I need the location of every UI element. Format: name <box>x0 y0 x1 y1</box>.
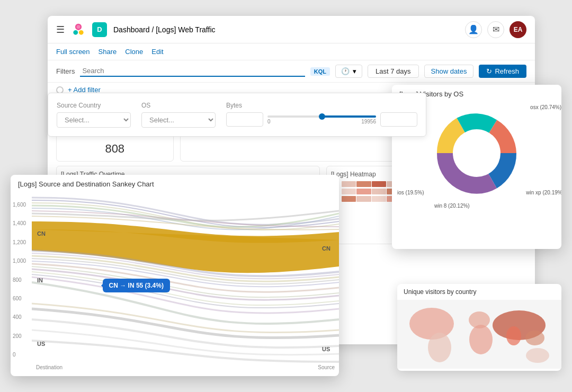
os-group: OS Select... <box>141 102 216 128</box>
svg-point-2 <box>79 30 84 34</box>
bytes-min-input[interactable] <box>226 112 263 127</box>
donut-chart: osx (20.74%) win xp (20.19%) win 8 (20.1… <box>424 100 530 206</box>
sankey-y-labels: 1,600 1,400 1,200 1,000 800 600 400 200 … <box>11 202 32 358</box>
refresh-icon: ↻ <box>486 67 492 75</box>
y-1000: 1,000 <box>13 258 30 264</box>
breadcrumb: Dashboard / [Logs] Web Traffic <box>113 25 459 34</box>
y-0: 0 <box>13 352 30 358</box>
ios-label: ios (19.5%) <box>397 190 424 195</box>
sub-nav: Full screen Share Clone Edit <box>48 43 535 60</box>
bytes-range: 0 19956 <box>267 114 376 125</box>
kql-badge[interactable]: KQL <box>310 67 330 76</box>
clock-icon: 🕐 <box>341 67 350 75</box>
bytes-max-input[interactable] <box>380 112 417 127</box>
win8-label: win 8 (20.12%) <box>434 203 470 209</box>
breadcrumb-prefix: Dashboard / <box>113 25 156 34</box>
os-label: OS <box>141 102 216 109</box>
y-1400: 1,400 <box>13 220 30 226</box>
breadcrumb-main: [Logs] Web Traffic <box>156 25 215 34</box>
source-country-label: Source Country <box>57 102 131 109</box>
mail-icon-button[interactable]: ✉ <box>487 21 504 38</box>
svg-point-1 <box>73 30 78 34</box>
bytes-inputs: 0 19956 <box>226 112 417 127</box>
os-select[interactable]: Select... <box>141 112 216 128</box>
y-800: 800 <box>13 277 30 283</box>
svg-point-13 <box>409 308 454 340</box>
x-destination: Destination <box>36 364 62 370</box>
svg-text:CN: CN <box>322 245 330 252</box>
search-input[interactable] <box>80 66 305 77</box>
svg-point-6 <box>453 129 501 177</box>
filters-label: Filters <box>56 67 75 75</box>
range-thumb[interactable] <box>319 113 325 120</box>
refresh-label: Refresh <box>495 67 519 75</box>
y-400: 400 <box>13 314 30 320</box>
svg-text:IN: IN <box>37 277 43 283</box>
map-title: Unique visitors by country <box>397 284 561 300</box>
app-icon: D <box>92 22 107 37</box>
sankey-tooltip: CN → IN 55 (3.4%) <box>103 279 170 292</box>
donut-svg <box>424 100 530 206</box>
clone-link[interactable]: Clone <box>125 48 143 56</box>
sankey-x-labels: Destination Source <box>32 364 339 370</box>
share-link[interactable]: Share <box>99 48 117 56</box>
range-min-label: 0 <box>267 119 271 124</box>
nav-icons: 👤 ✉ EA <box>465 21 526 38</box>
y-600: 600 <box>13 296 30 301</box>
bytes-group: Bytes 0 19956 <box>226 102 417 127</box>
sankey-svg: CN IN US CN US <box>32 191 339 373</box>
svg-text:US: US <box>37 341 45 347</box>
winxp-label: win xp (20.19%) <box>526 190 561 195</box>
gauge-808-value: 808 <box>62 142 168 156</box>
sankey-body: 1,600 1,400 1,200 1,000 800 600 400 200 … <box>11 191 339 373</box>
filter-bar: Filters KQL 🕐 ▾ Last 7 days Show dates ↻… <box>48 60 535 83</box>
edit-link[interactable]: Edit <box>151 48 163 56</box>
sankey-title: [Logs] Source and Destination Sankey Cha… <box>11 175 339 191</box>
y-1200: 1,200 <box>13 239 30 245</box>
y-200: 200 <box>13 333 30 339</box>
svg-text:CN: CN <box>37 230 46 237</box>
y-1600: 1,600 <box>13 202 30 208</box>
source-country-group: Source Country Select... <box>57 102 131 128</box>
svg-point-19 <box>525 331 544 345</box>
user-icon-button[interactable]: 👤 <box>465 21 482 38</box>
time-display: Last 7 days <box>368 65 419 78</box>
show-dates-button[interactable]: Show dates <box>424 65 474 78</box>
svg-point-14 <box>428 333 451 362</box>
hamburger-icon[interactable]: ☰ <box>56 24 65 35</box>
full-screen-link[interactable]: Full screen <box>56 48 90 56</box>
time-selector[interactable]: 🕐 ▾ <box>335 65 362 78</box>
osx-label: osx (20.74%) <box>530 104 561 110</box>
time-dropdown-arrow: ▾ <box>353 67 356 75</box>
filter-panel: Source Country Select... OS Select... By… <box>48 93 426 137</box>
range-track <box>267 115 376 118</box>
svg-point-3 <box>77 25 81 29</box>
svg-point-18 <box>506 326 521 345</box>
avatar[interactable]: EA <box>510 21 526 38</box>
bytes-label: Bytes <box>226 102 417 109</box>
map-panel: Unique visitors by country <box>397 284 561 371</box>
x-source: Source <box>318 364 335 370</box>
sankey-window: [Logs] Source and Destination Sankey Cha… <box>11 175 339 376</box>
svg-point-20 <box>526 348 549 363</box>
svg-text:US: US <box>322 346 330 352</box>
source-country-select[interactable]: Select... <box>57 112 131 128</box>
world-map-svg <box>397 300 561 369</box>
range-fill <box>322 115 377 118</box>
range-max-label: 19956 <box>361 119 376 124</box>
refresh-button[interactable]: ↻ Refresh <box>479 65 526 78</box>
svg-point-16 <box>469 325 493 354</box>
nav-bar: ☰ D Dashboard / [Logs] Web Traffic 👤 ✉ E… <box>48 16 535 43</box>
kibana-logo <box>71 22 86 37</box>
